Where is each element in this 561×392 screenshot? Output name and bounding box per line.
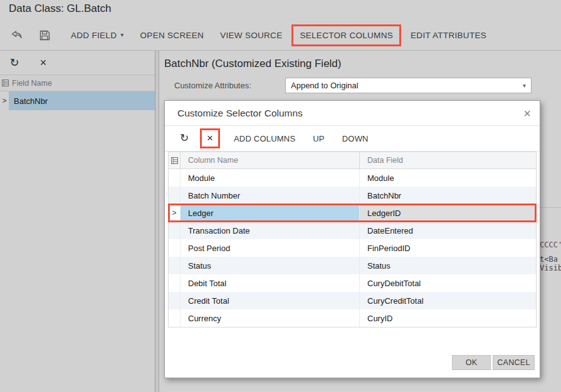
row-selector-chevron-icon: > [0, 91, 9, 110]
main-toolbar: ADD FIELD ▾ OPEN SCREEN VIEW SOURCE SELE… [0, 23, 561, 48]
column-name-cell: Post Period [181, 239, 360, 257]
data-field-cell: CuryID [360, 309, 536, 327]
data-field-cell: DateEntered [360, 222, 536, 239]
open-screen-button[interactable]: OPEN SCREEN [132, 24, 212, 46]
grid-row-status[interactable]: Status Status [169, 257, 536, 274]
dialog-close-button[interactable]: × [515, 101, 540, 126]
row-indicator [169, 187, 181, 204]
dialog-title: Customize Selector Columns [177, 108, 515, 119]
grid-row-transaction-date[interactable]: Transaction Date DateEntered [169, 222, 536, 239]
data-field-cell: BatchNbr [360, 187, 536, 204]
column-name-cell: Transaction Date [181, 222, 360, 239]
row-indicator [169, 309, 181, 327]
refresh-icon: ↻ [180, 132, 189, 144]
add-field-label: ADD FIELD [71, 31, 117, 40]
chevron-down-icon: ▾ [523, 83, 526, 89]
row-indicator [169, 169, 181, 187]
row-indicator [169, 222, 181, 239]
field-name-column-header: Field Name [12, 79, 52, 88]
data-field-cell: CuryCreditTotal [360, 292, 536, 309]
grid-row-batch-number[interactable]: Batch Number BatchNbr [169, 187, 536, 204]
dropdown-selected-value: Append to Original [291, 81, 523, 90]
floppy-save-icon [39, 30, 50, 41]
grid-row-credit-total[interactable]: Credit Total CuryCreditTotal [169, 292, 536, 309]
customization-editor-window: Data Class: GL.Batch ADD FIELD ▾ OPEN SC… [0, 0, 561, 392]
clear-x-icon: × [40, 56, 47, 69]
row-indicator [169, 274, 181, 292]
selector-columns-button[interactable]: SELECTOR COLUMNS [293, 26, 399, 44]
chevron-down-icon: ▾ [120, 32, 123, 38]
clear-x-icon: × [207, 132, 213, 144]
undo-arrow-icon [11, 30, 23, 40]
refresh-icon: ↻ [9, 56, 19, 69]
grid-settings-icon [0, 80, 10, 86]
source-code-fragment: Visib [540, 264, 561, 272]
close-icon: × [523, 106, 531, 120]
sidebar-clear-button[interactable]: × [35, 54, 51, 71]
page-title: Data Class: GL.Batch [9, 3, 111, 15]
data-field-cell: Module [360, 169, 536, 187]
add-columns-button[interactable]: ADD COLUMNS [234, 134, 295, 143]
row-indicator [169, 239, 181, 257]
selector-columns-grid: Column Name Data Field Module Module Bat… [168, 152, 537, 328]
save-button[interactable] [35, 26, 54, 44]
grid-header-row: Column Name Data Field [169, 152, 536, 169]
grid-row-currency[interactable]: Currency CuryID [169, 309, 536, 327]
grid-row-ledger-selected[interactable]: > Ledger LedgerID [169, 204, 536, 222]
source-code-fragment: CCCC' [540, 240, 561, 249]
grid-settings-icon [169, 152, 181, 168]
fields-sidebar: ↻ × Field Name > BatchNbr [0, 51, 155, 392]
dialog-toolbar: ↻ × ADD COLUMNS UP DOWN [165, 126, 540, 152]
source-code-fragment: t<Ba [540, 255, 558, 264]
ok-button[interactable]: OK [452, 355, 491, 370]
customize-attributes-label: Customize Attributes: [174, 81, 251, 90]
column-name-cell: Debit Total [181, 274, 360, 292]
edit-attributes-button[interactable]: EDIT ATTRIBUTES [402, 24, 495, 46]
field-row-batchnbr[interactable]: > BatchNbr [0, 91, 155, 110]
column-name-cell: Module [181, 169, 360, 187]
undo-button[interactable] [8, 26, 26, 44]
customize-attributes-dropdown[interactable]: Append to Original ▾ [285, 78, 532, 93]
row-indicator [169, 292, 181, 309]
move-up-button[interactable]: UP [313, 134, 324, 143]
column-name-cell: Status [181, 257, 360, 274]
data-field-cell: CuryDebitTotal [360, 274, 536, 292]
data-field-cell: LedgerID [360, 204, 536, 222]
column-header-column-name: Column Name [181, 152, 360, 168]
highlight-box-selector-columns: SELECTOR COLUMNS [291, 24, 401, 46]
grid-row-debit-total[interactable]: Debit Total CuryDebitTotal [169, 274, 536, 292]
field-name-cell: BatchNbr [9, 91, 155, 110]
field-editor-heading: BatchNbr (Customized Existing Field) [164, 58, 341, 70]
view-source-button[interactable]: VIEW SOURCE [212, 24, 290, 46]
dialog-delete-row-button[interactable]: × [202, 130, 218, 147]
grid-row-module[interactable]: Module Module [169, 169, 536, 187]
column-header-data-field: Data Field [360, 152, 536, 168]
grid-row-post-period[interactable]: Post Period FinPeriodID [169, 239, 536, 257]
sidebar-grid-header: Field Name [0, 75, 155, 91]
move-down-button[interactable]: DOWN [342, 134, 369, 143]
column-name-cell: Currency [181, 309, 360, 327]
panel-splitter[interactable] [155, 51, 159, 392]
highlight-box-delete-row: × [200, 128, 220, 148]
dialog-refresh-button[interactable]: ↻ [176, 130, 192, 147]
add-field-button[interactable]: ADD FIELD ▾ [63, 24, 132, 46]
cancel-button[interactable]: CANCEL [493, 355, 535, 370]
data-field-cell: FinPeriodID [360, 239, 536, 257]
sidebar-toolbar: ↻ × [0, 51, 155, 75]
column-name-cell: Batch Number [181, 187, 360, 204]
row-selector-chevron-icon: > [169, 204, 181, 222]
dialog-titlebar: Customize Selector Columns × [165, 101, 540, 126]
column-name-cell: Credit Total [181, 292, 360, 309]
sidebar-refresh-button[interactable]: ↻ [6, 54, 23, 71]
background-section-divider [538, 207, 561, 208]
data-field-cell: Status [360, 257, 536, 274]
customize-selector-columns-dialog: Customize Selector Columns × ↻ × ADD COL… [164, 100, 540, 378]
row-indicator [169, 257, 181, 274]
column-name-cell: Ledger [181, 204, 360, 222]
